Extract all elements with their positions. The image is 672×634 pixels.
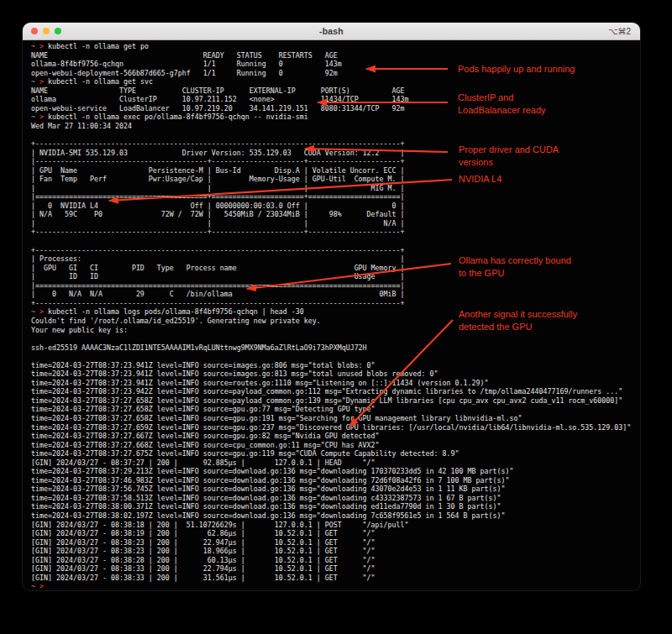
titlebar[interactable]: -bash ⌥⌘2 (23, 23, 640, 40)
terminal-line: time=2024-03-27T08:37:27.659Z level=INFO… (31, 423, 640, 432)
terminal-line: time=2024-03-27T08:37:58.513Z level=INFO… (31, 494, 640, 503)
terminal-line: time=2024-03-27T08:37:27.658Z level=INFO… (31, 414, 640, 423)
terminal-line: | N/A 59C P0 72W / 72W | 5450MiB / 23034… (31, 210, 640, 219)
terminal-line: Couldn't find '/root/.ollama/id_ed25519'… (31, 317, 640, 326)
terminal-line: | GPU Name Persistence-M | Bus-Id Disp.A… (31, 166, 640, 176)
terminal-line: [GIN] 2024/03/27 - 08:38:19 | 200 | 62.8… (31, 529, 640, 538)
minimize-button[interactable] (43, 28, 50, 34)
terminal-line: | 0 NVIDIA L4 Off | 00000000:00:03.0 Off… (31, 202, 640, 211)
terminal-line: Wed Mar 27 11:00:34 2024 (31, 122, 640, 131)
terminal-line: | GPU GI CI PID Type Process name GPU Me… (31, 264, 640, 273)
terminal-line: |=======================================… (31, 281, 640, 291)
terminal-line: NAME TYPE CLUSTER-IP EXTERNAL-IP PORT(S)… (31, 86, 640, 96)
terminal-line: [GIN] 2024/03/27 - 08:38:33 | 200 | 22.7… (31, 564, 640, 574)
terminal-line: time=2024-03-27T08:37:23.942Z level=INFO… (31, 387, 640, 396)
terminal-line: time=2024-03-27T08:37:46.983Z level=INFO… (31, 476, 640, 485)
terminal-line: [GIN] 2024/03/27 - 08:38:23 | 200 | 18.9… (31, 547, 640, 556)
terminal-line (31, 334, 640, 343)
terminal-line: time=2024-03-27T08:37:27.668Z level=INFO… (31, 441, 640, 450)
terminal-line: time=2024-03-27T08:37:29.213Z level=INFO… (31, 467, 640, 476)
terminal-line: NAME READY STATUS RESTARTS AGE (31, 51, 640, 60)
terminal-output[interactable]: ~ > kubectl -n ollama get poNAME READY S… (23, 40, 640, 590)
terminal-line: ~ > kubectl -n ollama get svc (31, 77, 640, 86)
terminal-line: | 0 N/A N/A 29 C /bin/ollama 0MiB | (31, 290, 640, 299)
terminal-line: |---------------------------------------… (31, 157, 640, 166)
terminal-line: time=2024-03-27T08:37:27.675Z level=INFO… (31, 449, 640, 458)
terminal-line: ~ > (31, 582, 640, 590)
terminal-line: | NVIDIA-SMI 535.129.03 Driver Version: … (31, 149, 640, 158)
traffic-lights (31, 23, 61, 39)
terminal-line: time=2024-03-27T08:38:02.197Z level=INFO… (31, 511, 640, 521)
terminal-line: ~ > kubectl -n ollama get po (31, 42, 640, 51)
terminal-line: [GIN] 2024/03/27 - 08:38:18 | 200 | 51.1… (31, 521, 640, 530)
terminal-line: [GIN] 2024/03/27 - 08:38:28 | 200 | 60.1… (31, 556, 640, 565)
terminal-line: ollama-8f4bf9756-qchqn 1/1 Running 0 143… (31, 60, 640, 69)
zoom-button[interactable] (55, 28, 61, 34)
terminal-line: [GIN] 2024/03/27 - 08:38:33 | 200 | 31.5… (31, 574, 640, 583)
terminal-line: time=2024-03-27T08:37:27.667Z level=INFO… (31, 432, 640, 441)
window-shortcut-label: ⌥⌘2 (608, 23, 631, 39)
desktop: { "window": { "title": "-bash", "shortcu… (0, 0, 672, 634)
terminal-line: open-webui-service LoadBalancer 10.97.21… (31, 104, 640, 113)
terminal-line: | | | MIG M. | (31, 184, 640, 193)
terminal-line: +---------------------------------------… (31, 139, 640, 149)
terminal-line: time=2024-03-27T08:37:56.745Z level=INFO… (31, 485, 640, 494)
terminal-line: time=2024-03-27T08:37:23.941Z level=INFO… (31, 369, 640, 379)
terminal-line: [GIN] 2024/03/27 - 08:37:27 | 200 | 92.8… (31, 458, 640, 468)
terminal-line: time=2024-03-27T08:38:00.371Z level=INFO… (31, 502, 640, 511)
terminal-line: time=2024-03-27T08:37:23.941Z level=INFO… (31, 361, 640, 370)
terminal-line (31, 352, 640, 361)
close-button[interactable] (31, 28, 38, 34)
terminal-line: Your new public key is: (31, 326, 640, 335)
terminal-window: -bash ⌥⌘2 ~ > kubectl -n ollama get poNA… (23, 23, 640, 590)
terminal-line (31, 130, 640, 139)
terminal-line: | | | N/A | (31, 219, 640, 228)
terminal-line: time=2024-03-27T08:37:27.658Z level=INFO… (31, 405, 640, 414)
terminal-line: [GIN] 2024/03/27 - 08:38:23 | 200 | 22.9… (31, 538, 640, 548)
window-title: -bash (23, 26, 640, 36)
terminal-line: ~ > kubectl -n ollama logs pods/ollama-8… (31, 307, 640, 317)
terminal-line: | ID ID Usage | (31, 272, 640, 281)
terminal-line: ollama ClusterIP 10.97.211.152 <none> 11… (31, 95, 640, 104)
terminal-line: | Fan Temp Perf Pwr:Usage/Cap | Memory-U… (31, 175, 640, 184)
terminal-line: ~ > kubectl -n ollama exec po/ollama-8f4… (31, 113, 640, 122)
terminal-line: +---------------------------------------… (31, 228, 640, 237)
terminal-line: time=2024-03-27T08:37:27.658Z level=INFO… (31, 396, 640, 406)
terminal-line: +---------------------------------------… (31, 299, 640, 308)
terminal-line: |=======================================… (31, 192, 640, 202)
terminal-line: +---------------------------------------… (31, 246, 640, 255)
terminal-line: open-webui-deployment-566b87d665-g7phf 1… (31, 69, 640, 78)
terminal-line: | Processes: | (31, 254, 640, 264)
terminal-line: time=2024-03-27T08:37:23.941Z level=INFO… (31, 379, 640, 388)
terminal-line: ssh-ed25519 AAAAC3NzaC1lZDI1NTE5AAAAIM1v… (31, 343, 640, 353)
terminal-line (31, 237, 640, 246)
